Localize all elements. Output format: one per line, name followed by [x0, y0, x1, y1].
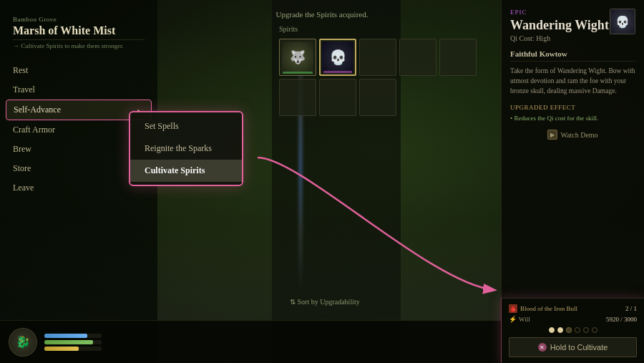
panel-spirit-icon: 💀 — [610, 9, 635, 34]
hp-bar-fill — [44, 334, 87, 338]
resource-label: Blood of the Iron Bull — [520, 305, 577, 312]
spirit-slot-0[interactable]: 🐺 — [279, 39, 316, 76]
submenu: Set Spells Reignite the Sparks Cultivate… — [129, 111, 243, 186]
spirit-slot-7[interactable] — [359, 79, 396, 116]
dots-row — [509, 327, 637, 333]
spirit-slot-1[interactable]: 💀 — [319, 39, 356, 76]
watch-demo-label: Watch Demo — [560, 131, 597, 139]
location-area-name: Bamboo Grove — [13, 16, 145, 23]
qi-bar — [44, 340, 102, 344]
spirit-slot-3[interactable] — [399, 39, 436, 76]
upgrade-instruction: Upgrade the Spirits acquired. — [276, 10, 369, 19]
spirit-bar-0 — [283, 72, 313, 74]
vigor-bar-fill — [44, 347, 79, 351]
dot-4 — [583, 327, 589, 333]
spirit-slot-4[interactable] — [439, 39, 477, 76]
resource-bar: 🐉 — [0, 320, 501, 363]
player-bars — [44, 334, 102, 351]
upgraded-effect: Reduces the Qi cost for the skill. — [510, 114, 635, 123]
qi-cost-value: High — [536, 34, 550, 42]
spirit-slot-6[interactable] — [319, 79, 356, 116]
qi-cost: Qi Cost: High — [510, 34, 635, 42]
nav-item-rest[interactable]: Rest — [0, 61, 157, 80]
hold-to-cultivate-label: Hold to Cultivate — [550, 343, 608, 352]
cultivate-button-icon: ✕ — [538, 343, 547, 352]
submenu-item-reignite-sparks[interactable]: Reignite the Sparks — [130, 137, 242, 160]
submenu-item-cultivate-spirits[interactable]: Cultivate Spirits — [130, 160, 242, 182]
skill-description: Take the form of Wandering Wight. Bow wi… — [510, 66, 635, 97]
spirits-label: Spirits — [279, 25, 479, 33]
qi-bar-fill — [44, 340, 93, 344]
will-row: ⚡ Will 5920 / 3000 — [509, 316, 637, 323]
spirit-avatar-1: 💀 — [322, 42, 353, 73]
dot-3 — [575, 327, 580, 333]
will-label: ⚡ Will — [509, 316, 530, 323]
spirit-slot-2[interactable] — [359, 39, 396, 76]
dot-5 — [592, 327, 597, 333]
watch-demo-icon: ▶ — [547, 130, 557, 140]
nav-item-travel[interactable]: Travel — [0, 80, 157, 100]
submenu-item-set-spells[interactable]: Set Spells — [130, 115, 242, 137]
cultivate-section: 🩸 Blood of the Iron Bull 2 / 1 ⚡ Will 59… — [501, 298, 644, 363]
location-title: Marsh of White Mist — [13, 24, 145, 37]
location-area: Bamboo Grove Marsh of White Mist Cultiva… — [0, 9, 157, 54]
qi-cost-label: Qi Cost: — [510, 34, 535, 42]
dot-0 — [549, 327, 555, 333]
resource-name: 🩸 Blood of the Iron Bull — [509, 304, 577, 313]
location-hint: Cultivate Spirits to make them stronger. — [13, 39, 145, 49]
cultivate-header: 🩸 Blood of the Iron Bull 2 / 1 — [509, 304, 637, 313]
resource-count: 2 / 1 — [625, 305, 637, 312]
spirit-avatar-0: 🐺 — [282, 42, 313, 73]
dot-2 — [566, 327, 572, 333]
watch-demo-button[interactable]: ▶ Watch Demo — [510, 130, 635, 140]
skill-name: Faithful Kowtow — [510, 49, 635, 62]
spirit-slot-5[interactable] — [279, 79, 316, 116]
resource-icon: 🩸 — [509, 304, 517, 313]
upgraded-label: Upgraded Effect — [510, 104, 635, 111]
hp-bar — [44, 334, 102, 338]
spirit-bar-1 — [323, 71, 352, 73]
spirits-section: Spirits 🐺 💀 — [279, 25, 479, 116]
dot-1 — [557, 327, 563, 333]
player-avatar: 🐉 — [9, 328, 37, 357]
will-value: 5920 / 3000 — [606, 316, 637, 323]
spirits-grid: 🐺 💀 — [279, 39, 479, 116]
hold-to-cultivate-button[interactable]: ✕ Hold to Cultivate — [509, 337, 637, 357]
vigor-bar — [44, 347, 102, 351]
sort-button[interactable]: Sort by Upgradability — [290, 298, 360, 306]
